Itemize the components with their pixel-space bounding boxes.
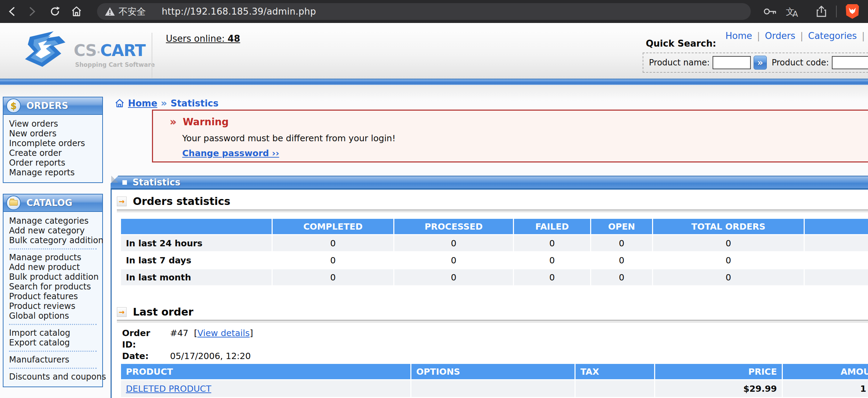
site-security-chip[interactable]: 不安全 <box>105 6 146 18</box>
quick-search-panel: Product name: » Product code: » <box>643 53 868 73</box>
price-cell: $29.99 <box>655 380 782 397</box>
header-cell-completed: COMPLETED <box>273 219 393 234</box>
last-order-heading: → Last order <box>117 306 193 318</box>
nav-link-categories[interactable]: Categories <box>808 31 857 41</box>
header-blue-divider <box>0 79 868 85</box>
sidebar-item-discounts-and-coupons[interactable]: Discounts and coupons <box>9 372 100 382</box>
brand-tagline: Shopping Cart Software <box>75 61 155 68</box>
address-bar[interactable]: 不安全 http://192.168.185.39/admin.php <box>97 3 751 20</box>
sidebar-item-global-options[interactable]: Global options <box>9 311 100 321</box>
change-password-link[interactable]: Change password ›› <box>182 148 279 158</box>
sidebar-item-manage-reports[interactable]: Manage reports <box>9 168 100 177</box>
product-cell: DELETED PRODUCT <box>121 380 410 397</box>
sidebar-separator <box>9 368 97 369</box>
view-details-link[interactable]: View details <box>197 328 250 338</box>
users-online-link[interactable]: Users online: 48 <box>166 33 240 44</box>
sidebar-item-search-for-products[interactable]: Search for products <box>9 282 100 292</box>
search-product-name-button[interactable]: » <box>754 56 767 70</box>
sidebar-item-bulk-category-addition[interactable]: Bulk category addition <box>9 236 100 245</box>
table-row: In last 7 days 0 0 0 0 0 <box>121 252 868 268</box>
row-label: In last month <box>121 269 272 285</box>
sidebar-item-product-features[interactable]: Product features <box>9 292 100 301</box>
date-value: 05/17/2006, 12:20 <box>170 350 251 362</box>
warning-box: » Warning Your password must be differen… <box>152 110 868 162</box>
sidebar-item-view-orders[interactable]: View orders <box>9 119 100 129</box>
brand-text: CS·CART Shopping Cart Software <box>74 41 155 68</box>
section-bullet-icon <box>122 180 127 185</box>
product-name-input[interactable] <box>713 56 751 69</box>
forward-icon[interactable] <box>25 5 39 18</box>
back-icon[interactable] <box>5 5 19 18</box>
heading-arrow-icon: → <box>117 197 127 206</box>
sidebar-item-new-orders[interactable]: New orders <box>9 129 100 138</box>
sidebar-item-add-new-category[interactable]: Add new category <box>9 226 100 236</box>
statistics-section-bar: Statistics <box>111 176 868 190</box>
deleted-product-link[interactable]: DELETED PRODUCT <box>126 384 211 394</box>
sidebar-item-export-catalog[interactable]: Export catalog <box>9 338 100 348</box>
header-cell-failed: FAILED <box>514 219 590 234</box>
warning-triangle-icon <box>105 7 115 16</box>
browser-toolbar: 不安全 http://192.168.185.39/admin.php 文 A <box>0 0 868 23</box>
cell-value: 0 <box>514 235 590 251</box>
sidebar-item-manage-categories[interactable]: Manage categories <box>9 216 100 226</box>
sidebar-item-bulk-product-addition[interactable]: Bulk product addition <box>9 272 100 282</box>
sidebar-box-catalog: CATALOG Manage categories Add new catego… <box>3 194 103 387</box>
cell-value: 0 <box>273 269 393 285</box>
sidebar-item-import-catalog[interactable]: Import catalog <box>9 328 100 338</box>
sidebar-item-order-reports[interactable]: Order reports <box>9 158 100 168</box>
product-code-input[interactable] <box>832 56 868 69</box>
cell-value: 0 <box>394 235 513 251</box>
order-id-value: #47 [View details] <box>170 327 253 350</box>
catalog-box-header: CATALOG <box>3 194 102 212</box>
sidebar-item-manufacturers[interactable]: Manufacturers <box>9 355 100 365</box>
header-cell-total-orders: TOTAL ORDERS <box>653 219 804 234</box>
table-row: In last month 0 0 0 0 0 <box>121 269 868 285</box>
cell-value: 0 <box>514 269 590 285</box>
breadcrumb: Home » Statistics <box>115 97 218 109</box>
tax-cell <box>576 380 654 397</box>
cell-value: 0 <box>653 252 804 268</box>
brave-shield-icon[interactable] <box>846 4 859 19</box>
breadcrumb-chevron-icon: » <box>161 97 167 109</box>
nav-link-orders[interactable]: Orders <box>765 31 795 41</box>
heading-rule <box>117 209 868 212</box>
warning-message: Your password must be different from you… <box>182 133 868 143</box>
sidebar-item-manage-products[interactable]: Manage products <box>9 253 100 262</box>
header-cell-product: PRODUCT <box>121 364 410 379</box>
home-icon[interactable] <box>70 5 83 18</box>
password-key-icon[interactable] <box>763 6 777 17</box>
table-row: DELETED PRODUCT $29.99 1 <box>121 380 868 397</box>
header-divider <box>152 33 152 78</box>
cs-cart-logo[interactable] <box>20 31 72 72</box>
sidebar-item-add-new-product[interactable]: Add new product <box>9 262 100 272</box>
cell-value: 0 <box>273 252 393 268</box>
warning-title: Warning <box>183 116 228 128</box>
toolbar-separator <box>836 6 837 17</box>
header-cell-processed: PROCESSED <box>394 219 513 234</box>
sidebar: $ ORDERS View orders New orders Incomple… <box>3 97 103 398</box>
orders-box-header: $ ORDERS <box>3 97 102 115</box>
header-cell-amount: AMOUNT <box>783 364 868 379</box>
sidebar-item-create-order[interactable]: Create order <box>9 148 100 158</box>
nav-link-home[interactable]: Home <box>725 31 752 41</box>
cell-empty <box>805 252 868 268</box>
cell-value: 0 <box>591 269 652 285</box>
row-label: In last 7 days <box>121 252 272 268</box>
reload-icon[interactable] <box>48 5 62 18</box>
warning-chevron-icon: » <box>170 116 176 128</box>
header-cell-open: OPEN <box>591 219 652 234</box>
url-text[interactable]: http://192.168.185.39/admin.php <box>162 6 316 17</box>
section-title: Statistics <box>132 177 180 188</box>
product-name-label: Product name: <box>649 58 710 67</box>
share-icon[interactable] <box>816 5 827 18</box>
table-header-row: COMPLETED PROCESSED FAILED OPEN TOTAL OR… <box>121 219 868 234</box>
breadcrumb-home-icon[interactable] <box>115 98 124 108</box>
sidebar-item-incomplete-orders[interactable]: Incomplete orders <box>9 138 100 148</box>
breadcrumb-home-link[interactable]: Home <box>128 98 157 109</box>
page-fold-decoration <box>111 176 118 183</box>
product-code-label: Product code: <box>772 58 829 67</box>
content-area: $ ORDERS View orders New orders Incomple… <box>0 85 868 398</box>
header-cell-empty <box>805 219 868 234</box>
sidebar-item-product-reviews[interactable]: Product reviews <box>9 301 100 311</box>
header-cell-tax: TAX <box>576 364 654 379</box>
